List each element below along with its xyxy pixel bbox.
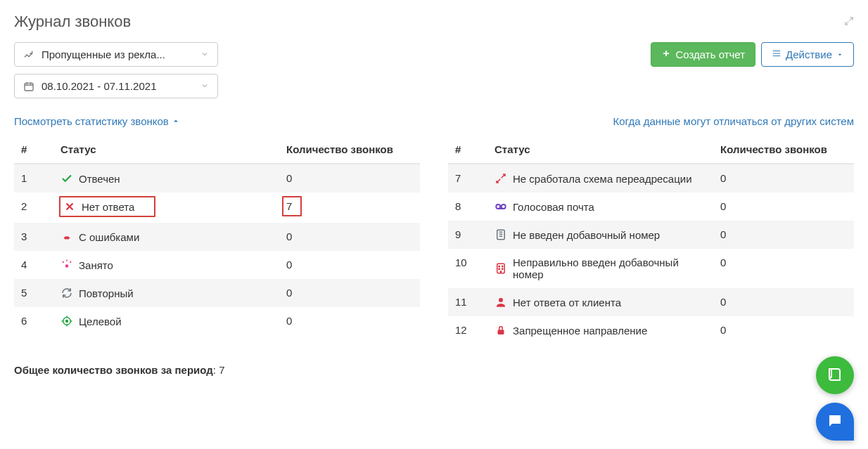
keypad-bad-icon [494, 262, 507, 275]
summary-footer: Общее количество звонков за период: 7 [0, 344, 868, 383]
row-index: 9 [448, 221, 487, 249]
row-status: Не сработала схема переадресации [487, 164, 713, 193]
col-count: Количество звонков [279, 136, 420, 164]
tables: # Статус Количество звонков 1Отвечен02Не… [0, 131, 868, 344]
toolbar-right: Создать отчет Действие [651, 42, 854, 67]
row-count: 0 [279, 164, 420, 193]
status-label: Нет ответа от клиента [513, 297, 621, 308]
plus-icon [661, 48, 671, 60]
status-label: Повторный [79, 287, 134, 299]
table-row: 6Целевой0 [14, 307, 420, 335]
svg-rect-13 [498, 330, 504, 334]
target-icon [60, 315, 73, 327]
row-count: 0 [713, 316, 854, 344]
data-differ-label: Когда данные могут отличаться от других … [613, 115, 854, 127]
row-status: Нет ответа [53, 193, 279, 223]
row-status: Повторный [53, 279, 279, 307]
row-index: 10 [448, 249, 487, 288]
create-report-button[interactable]: Создать отчет [651, 42, 755, 67]
row-count: 0 [713, 249, 854, 288]
row-status: Отвечен [53, 164, 279, 193]
busy-icon [60, 259, 73, 271]
keypad-x-icon [494, 228, 507, 241]
date-range-label: 08.10.2021 - 07.11.2021 [42, 80, 156, 92]
data-differ-link[interactable]: Когда данные могут отличаться от других … [613, 115, 854, 127]
row-status: С ошибками [53, 223, 279, 251]
date-range-select[interactable]: 08.10.2021 - 07.11.2021 [14, 74, 218, 98]
page-title: Журнал звонков [14, 13, 131, 31]
row-status: Целевой [53, 307, 279, 335]
trend-icon [23, 49, 34, 60]
report-select[interactable]: Пропущенные из рекла... [14, 42, 218, 67]
calendar-icon [23, 81, 34, 92]
action-label: Действие [786, 48, 832, 60]
svg-rect-0 [25, 83, 33, 91]
table-row: 9Не введен добавочный номер0 [448, 221, 854, 249]
row-count: 7 [279, 193, 420, 223]
svg-point-3 [66, 320, 68, 323]
row-index: 6 [14, 307, 53, 335]
table-row: 12Запрещенное направление0 [448, 316, 854, 344]
status-label: Отвечен [79, 173, 120, 185]
col-status: Статус [487, 136, 713, 164]
table-row: 5Повторный0 [14, 279, 420, 307]
status-label: Занято [79, 259, 113, 271]
row-index: 11 [448, 288, 487, 316]
view-stats-link[interactable]: Посмотреть статистику звонков [14, 115, 180, 127]
svg-point-9 [502, 266, 504, 267]
row-count: 0 [279, 251, 420, 279]
status-table-right: # Статус Количество звонков 7Не сработал… [448, 136, 854, 344]
row-status: Запрещенное направление [487, 316, 713, 344]
repeat-icon [60, 287, 73, 299]
summary-value: 7 [219, 364, 224, 376]
client-mute-icon [494, 296, 507, 308]
table-row: 11Нет ответа от клиента0 [448, 288, 854, 316]
book-icon [826, 366, 843, 384]
menu-icon [772, 48, 781, 60]
svg-point-1 [65, 264, 69, 268]
summary-label: Общее количество звонков за период [14, 364, 213, 376]
row-index: 4 [14, 251, 53, 279]
svg-point-12 [500, 271, 502, 273]
row-status: Занято [53, 251, 279, 279]
col-index: # [448, 136, 487, 164]
table-row: 1Отвечен0 [14, 164, 420, 193]
row-index: 8 [448, 193, 487, 221]
table-row: 4Занято0 [14, 251, 420, 279]
chevron-up-icon [172, 115, 180, 127]
chevron-down-icon [200, 80, 209, 92]
svg-point-11 [502, 268, 504, 270]
check-icon [60, 172, 73, 185]
row-status: Нет ответа от клиента [487, 288, 713, 316]
action-button[interactable]: Действие [761, 42, 854, 67]
view-stats-label: Посмотреть статистику звонков [14, 115, 169, 127]
lock-icon [494, 324, 507, 337]
chevron-down-icon [200, 48, 209, 60]
col-status: Статус [53, 136, 279, 164]
svg-point-10 [499, 268, 500, 270]
status-table-left: # Статус Количество звонков 1Отвечен02Не… [14, 136, 420, 335]
table-row: 2Нет ответа7 [14, 193, 420, 223]
expand-icon[interactable] [844, 16, 854, 28]
call-log-panel: Журнал звонков Пропущенные из рекла... [0, 0, 868, 383]
row-status: Неправильно введен добавочный номер [487, 249, 713, 288]
table-row: 10Неправильно введен добавочный номер0 [448, 249, 854, 288]
row-index: 3 [14, 223, 53, 251]
status-label: Нет ответа [82, 201, 134, 213]
row-status: Голосовая почта [487, 193, 713, 221]
row-count: 0 [279, 279, 420, 307]
status-label: Голосовая почта [513, 201, 594, 213]
toolbar: Пропущенные из рекла... 08.10.2021 - 07.… [0, 38, 868, 98]
caret-down-icon [836, 48, 843, 60]
create-report-label: Создать отчет [675, 48, 745, 60]
row-status: Не введен добавочный номер [487, 221, 713, 249]
cross-icon [63, 200, 76, 213]
row-count: 0 [713, 164, 854, 193]
report-select-label: Пропущенные из рекла... [42, 48, 165, 60]
row-count: 0 [713, 193, 854, 221]
col-index: # [14, 136, 53, 164]
row-index: 1 [14, 164, 53, 193]
status-label: Целевой [79, 315, 122, 327]
row-count: 0 [279, 223, 420, 251]
panel-header: Журнал звонков [0, 0, 868, 38]
